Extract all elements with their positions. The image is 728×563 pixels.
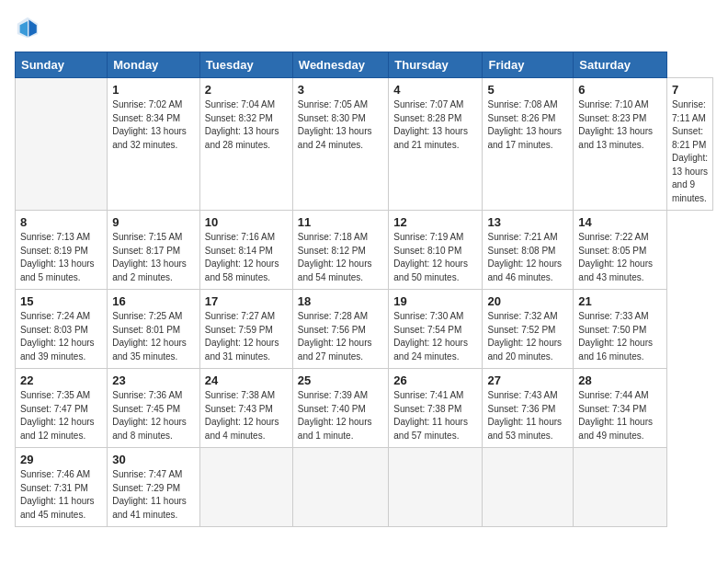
logo-icon: [15, 15, 40, 40]
calendar-week-3: 15Sunrise: 7:24 AMSunset: 8:03 PMDayligh…: [16, 290, 713, 369]
calendar-cell: 3Sunrise: 7:05 AMSunset: 8:30 PMDaylight…: [292, 78, 388, 211]
day-number: 7: [672, 83, 708, 97]
calendar-cell: 16Sunrise: 7:25 AMSunset: 8:01 PMDayligh…: [108, 290, 200, 369]
day-info: Sunrise: 7:25 AMSunset: 8:01 PMDaylight:…: [112, 310, 195, 363]
calendar-cell: 29Sunrise: 7:46 AMSunset: 7:31 PMDayligh…: [16, 448, 108, 527]
day-info: Sunrise: 7:46 AMSunset: 7:31 PMDaylight:…: [20, 468, 102, 522]
day-info: Sunrise: 7:43 AMSunset: 7:36 PMDaylight:…: [487, 389, 568, 442]
calendar-cell: [292, 448, 388, 527]
calendar-cell: 7Sunrise: 7:11 AMSunset: 8:21 PMDaylight…: [667, 78, 713, 211]
calendar-cell: 15Sunrise: 7:24 AMSunset: 8:03 PMDayligh…: [16, 290, 108, 369]
calendar-cell: 1Sunrise: 7:02 AMSunset: 8:34 PMDaylight…: [108, 78, 200, 211]
day-number: 19: [393, 294, 477, 308]
day-number: 28: [578, 373, 662, 387]
calendar-cell: 20Sunrise: 7:32 AMSunset: 7:52 PMDayligh…: [483, 290, 574, 369]
day-info: Sunrise: 7:19 AMSunset: 8:10 PMDaylight:…: [393, 231, 477, 284]
day-number: 14: [578, 215, 662, 229]
day-info: Sunrise: 7:15 AMSunset: 8:17 PMDaylight:…: [112, 231, 195, 284]
day-info: Sunrise: 7:30 AMSunset: 7:54 PMDaylight:…: [393, 310, 477, 363]
weekday-wednesday: Wednesday: [292, 52, 388, 78]
day-number: 11: [298, 215, 383, 229]
calendar-cell: 30Sunrise: 7:47 AMSunset: 7:29 PMDayligh…: [108, 448, 200, 527]
day-info: Sunrise: 7:39 AMSunset: 7:40 PMDaylight:…: [298, 389, 383, 442]
calendar-cell: [574, 448, 667, 527]
day-number: 21: [578, 294, 662, 308]
day-info: Sunrise: 7:28 AMSunset: 7:56 PMDaylight:…: [298, 310, 383, 363]
calendar-cell: 10Sunrise: 7:16 AMSunset: 8:14 PMDayligh…: [199, 211, 292, 290]
weekday-header-row: SundayMondayTuesdayWednesdayThursdayFrid…: [16, 52, 713, 78]
calendar-cell: 27Sunrise: 7:43 AMSunset: 7:36 PMDayligh…: [483, 369, 574, 448]
weekday-friday: Friday: [483, 52, 574, 78]
day-number: 4: [393, 83, 477, 97]
calendar-cell: 12Sunrise: 7:19 AMSunset: 8:10 PMDayligh…: [389, 211, 483, 290]
day-number: 27: [487, 373, 568, 387]
day-info: Sunrise: 7:21 AMSunset: 8:08 PMDaylight:…: [487, 231, 568, 284]
day-info: Sunrise: 7:11 AMSunset: 8:21 PMDaylight:…: [672, 98, 708, 205]
calendar-body: 1Sunrise: 7:02 AMSunset: 8:34 PMDaylight…: [16, 78, 713, 527]
calendar-cell: 2Sunrise: 7:04 AMSunset: 8:32 PMDaylight…: [199, 78, 292, 211]
page-header: [15, 15, 713, 40]
calendar-week-4: 22Sunrise: 7:35 AMSunset: 7:47 PMDayligh…: [16, 369, 713, 448]
day-number: 6: [578, 83, 662, 97]
day-info: Sunrise: 7:27 AMSunset: 7:59 PMDaylight:…: [205, 310, 288, 363]
day-info: Sunrise: 7:22 AMSunset: 8:05 PMDaylight:…: [578, 231, 662, 284]
calendar-cell: 22Sunrise: 7:35 AMSunset: 7:47 PMDayligh…: [16, 369, 108, 448]
calendar-cell: 25Sunrise: 7:39 AMSunset: 7:40 PMDayligh…: [292, 369, 388, 448]
calendar-cell-empty: [16, 78, 108, 211]
calendar-cell: 4Sunrise: 7:07 AMSunset: 8:28 PMDaylight…: [389, 78, 483, 211]
calendar-cell: 5Sunrise: 7:08 AMSunset: 8:26 PMDaylight…: [483, 78, 574, 211]
calendar-week-2: 8Sunrise: 7:13 AMSunset: 8:19 PMDaylight…: [16, 211, 713, 290]
day-number: 5: [487, 83, 568, 97]
calendar-cell: 14Sunrise: 7:22 AMSunset: 8:05 PMDayligh…: [574, 211, 667, 290]
day-number: 25: [298, 373, 383, 387]
day-info: Sunrise: 7:36 AMSunset: 7:45 PMDaylight:…: [112, 389, 195, 442]
weekday-tuesday: Tuesday: [199, 52, 292, 78]
calendar-cell: 13Sunrise: 7:21 AMSunset: 8:08 PMDayligh…: [483, 211, 574, 290]
day-number: 20: [487, 294, 568, 308]
calendar-week-5: 29Sunrise: 7:46 AMSunset: 7:31 PMDayligh…: [16, 448, 713, 527]
calendar-cell: 21Sunrise: 7:33 AMSunset: 7:50 PMDayligh…: [574, 290, 667, 369]
day-info: Sunrise: 7:35 AMSunset: 7:47 PMDaylight:…: [20, 389, 102, 442]
calendar-cell: 28Sunrise: 7:44 AMSunset: 7:34 PMDayligh…: [574, 369, 667, 448]
weekday-monday: Monday: [108, 52, 200, 78]
day-info: Sunrise: 7:08 AMSunset: 8:26 PMDaylight:…: [487, 98, 568, 152]
calendar-cell: 11Sunrise: 7:18 AMSunset: 8:12 PMDayligh…: [292, 211, 388, 290]
calendar-week-1: 1Sunrise: 7:02 AMSunset: 8:34 PMDaylight…: [16, 78, 713, 211]
weekday-sunday: Sunday: [16, 52, 108, 78]
day-number: 17: [205, 294, 288, 308]
calendar-cell: 9Sunrise: 7:15 AMSunset: 8:17 PMDaylight…: [108, 211, 200, 290]
calendar-table: SundayMondayTuesdayWednesdayThursdayFrid…: [15, 52, 713, 527]
calendar-cell: 6Sunrise: 7:10 AMSunset: 8:23 PMDaylight…: [574, 78, 667, 211]
weekday-thursday: Thursday: [389, 52, 483, 78]
calendar-cell: 17Sunrise: 7:27 AMSunset: 7:59 PMDayligh…: [199, 290, 292, 369]
calendar-cell: 26Sunrise: 7:41 AMSunset: 7:38 PMDayligh…: [389, 369, 483, 448]
weekday-saturday: Saturday: [574, 52, 667, 78]
day-number: 29: [20, 453, 102, 466]
calendar-cell: 24Sunrise: 7:38 AMSunset: 7:43 PMDayligh…: [199, 369, 292, 448]
calendar-cell: [199, 448, 292, 527]
day-info: Sunrise: 7:41 AMSunset: 7:38 PMDaylight:…: [393, 389, 477, 442]
day-number: 15: [20, 294, 102, 308]
calendar-cell: 18Sunrise: 7:28 AMSunset: 7:56 PMDayligh…: [292, 290, 388, 369]
day-info: Sunrise: 7:04 AMSunset: 8:32 PMDaylight:…: [205, 98, 288, 152]
day-info: Sunrise: 7:32 AMSunset: 7:52 PMDaylight:…: [487, 310, 568, 363]
day-info: Sunrise: 7:10 AMSunset: 8:23 PMDaylight:…: [578, 98, 662, 152]
day-info: Sunrise: 7:33 AMSunset: 7:50 PMDaylight:…: [578, 310, 662, 363]
day-number: 18: [298, 294, 383, 308]
day-number: 1: [112, 83, 195, 97]
day-number: 10: [205, 215, 288, 229]
day-info: Sunrise: 7:44 AMSunset: 7:34 PMDaylight:…: [578, 389, 662, 442]
day-info: Sunrise: 7:02 AMSunset: 8:34 PMDaylight:…: [112, 98, 195, 152]
day-info: Sunrise: 7:07 AMSunset: 8:28 PMDaylight:…: [393, 98, 477, 152]
calendar-cell: 8Sunrise: 7:13 AMSunset: 8:19 PMDaylight…: [16, 211, 108, 290]
day-number: 12: [393, 215, 477, 229]
day-info: Sunrise: 7:05 AMSunset: 8:30 PMDaylight:…: [298, 98, 383, 152]
day-number: 30: [112, 453, 195, 466]
calendar-cell: 19Sunrise: 7:30 AMSunset: 7:54 PMDayligh…: [389, 290, 483, 369]
day-number: 2: [205, 83, 288, 97]
day-info: Sunrise: 7:47 AMSunset: 7:29 PMDaylight:…: [112, 468, 195, 522]
calendar-cell: [483, 448, 574, 527]
day-info: Sunrise: 7:38 AMSunset: 7:43 PMDaylight:…: [205, 389, 288, 442]
day-number: 24: [205, 373, 288, 387]
day-number: 13: [487, 215, 568, 229]
